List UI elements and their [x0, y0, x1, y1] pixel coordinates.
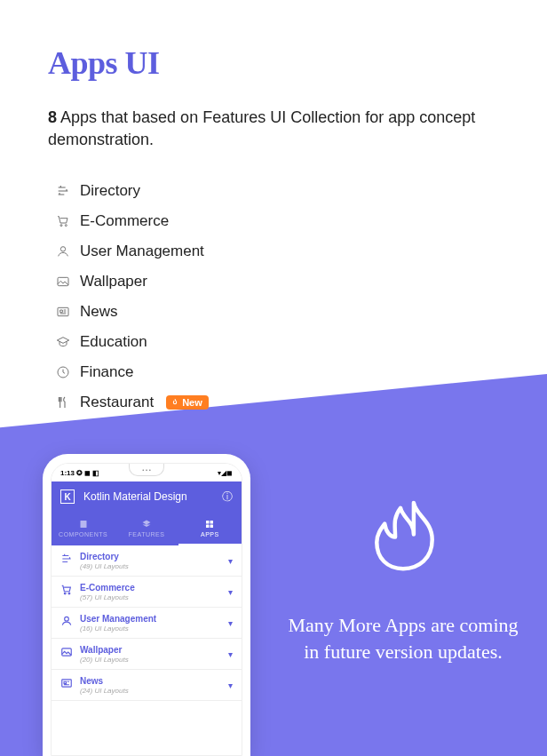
svg-point-1: [65, 225, 67, 227]
intro-count: 8: [48, 108, 57, 126]
tab-features[interactable]: FEATURES: [115, 512, 178, 545]
tab-apps[interactable]: APPS: [178, 512, 242, 545]
top-section: Apps UI 8 Apps that based on Features UI…: [0, 0, 547, 418]
chevron-down-icon: ▾: [228, 556, 233, 566]
app-item-finance: Finance: [55, 357, 499, 387]
tab-label: COMPONENTS: [59, 531, 107, 537]
svg-rect-9: [206, 524, 210, 528]
status-icons-left: ✪ ◼ ◧: [76, 469, 99, 477]
education-icon: [55, 334, 71, 350]
svg-rect-3: [58, 278, 68, 286]
new-badge: New: [166, 395, 209, 410]
item-sub: (49) UI Layouts: [80, 562, 221, 570]
badge-text: New: [182, 397, 202, 408]
svg-rect-8: [210, 521, 214, 524]
list-item[interactable]: E-Commerce (57) UI Layouts ▾: [52, 577, 242, 608]
directory-icon: [60, 553, 73, 565]
app-label: Finance: [80, 363, 133, 381]
svg-point-0: [60, 225, 62, 227]
status-time: 1:13: [60, 469, 75, 477]
phone-list: Directory (49) UI Layouts ▾ E-Commerce (…: [52, 545, 242, 701]
app-item-ecommerce: E-Commerce: [55, 206, 499, 236]
app-label: Directory: [80, 182, 140, 200]
status-left: 1:13 ✪ ◼ ◧: [60, 469, 99, 477]
phone-screen: 1:13 ✪ ◼ ◧ • • • ▾◢◼ K Kotlin Material D…: [51, 463, 242, 756]
svg-rect-6: [80, 521, 86, 528]
svg-point-12: [68, 593, 70, 594]
app-item-restaurant: Restaurant New: [55, 387, 499, 418]
svg-rect-10: [210, 524, 214, 528]
wifi-icon: ▾◢◼: [218, 469, 233, 477]
tab-label: FEATURES: [129, 531, 165, 537]
app-item-user: User Management: [55, 236, 499, 267]
svg-point-2: [60, 247, 65, 251]
app-label: News: [80, 303, 118, 321]
chevron-down-icon: ▾: [228, 680, 233, 690]
item-sub: (16) UI Layouts: [80, 625, 221, 633]
app-item-directory: Directory: [55, 176, 499, 206]
cart-icon: [60, 584, 73, 596]
phone-mockup: 1:13 ✪ ◼ ◧ • • • ▾◢◼ K Kotlin Material D…: [43, 454, 250, 756]
item-title: User Management: [80, 614, 221, 624]
info-icon[interactable]: ⓘ: [222, 489, 233, 505]
bottom-section: 1:13 ✪ ◼ ◧ • • • ▾◢◼ K Kotlin Material D…: [0, 418, 547, 756]
app-label: Restaurant: [80, 394, 154, 411]
app-item-wallpaper: Wallpaper: [55, 267, 499, 297]
phone-notch: • • •: [129, 464, 164, 476]
intro-text: 8 Apps that based on Features UI Collect…: [48, 107, 499, 151]
image-icon: [55, 274, 71, 290]
flame-icon: [363, 489, 443, 591]
list-item[interactable]: News (24) UI Layouts ▾: [52, 670, 242, 701]
app-label: Education: [80, 333, 147, 351]
app-item-education: Education: [55, 327, 499, 357]
svg-point-11: [64, 593, 66, 594]
app-label: Wallpaper: [80, 273, 147, 290]
item-sub: (24) UI Layouts: [80, 687, 221, 695]
item-title: Wallpaper: [80, 645, 221, 655]
list-item[interactable]: Wallpaper (20) UI Layouts ▾: [52, 639, 242, 670]
restaurant-icon: [55, 394, 71, 410]
item-title: Directory: [80, 552, 221, 561]
cart-icon: [55, 213, 71, 229]
app-label: E-Commerce: [80, 212, 169, 230]
image-icon: [60, 646, 73, 658]
list-item[interactable]: Directory (49) UI Layouts ▾: [52, 545, 242, 577]
intro-rest: Apps that based on Features UI Collectio…: [48, 108, 475, 148]
user-icon: [55, 243, 71, 259]
status-right: ▾◢◼: [218, 469, 233, 477]
tab-label: APPS: [201, 531, 219, 537]
item-sub: (57) UI Layouts: [80, 593, 221, 601]
app-logo-icon: K: [60, 489, 75, 504]
tab-components[interactable]: COMPONENTS: [52, 512, 115, 545]
news-icon: [55, 304, 71, 320]
app-header-title: Kotlin Material Design: [83, 490, 187, 503]
app-header: K Kotlin Material Design ⓘ: [52, 481, 242, 512]
callout-text: Many More Apps are coming in future vers…: [286, 612, 520, 664]
callout-column: Many More Apps are coming in future vers…: [286, 454, 547, 664]
item-title: E-Commerce: [80, 583, 221, 593]
page-title: Apps UI: [48, 44, 499, 82]
app-item-news: News: [55, 297, 499, 327]
svg-point-13: [65, 617, 69, 621]
tab-bar: COMPONENTS FEATURES APPS: [52, 512, 242, 545]
list-item[interactable]: User Management (16) UI Layouts ▾: [52, 608, 242, 639]
item-sub: (20) UI Layouts: [80, 656, 221, 664]
chevron-down-icon: ▾: [228, 649, 233, 659]
finance-icon: [55, 364, 71, 380]
svg-rect-7: [206, 521, 210, 524]
svg-rect-4: [58, 308, 68, 316]
chevron-down-icon: ▾: [228, 587, 233, 597]
news-icon: [60, 677, 73, 689]
app-label: User Management: [80, 243, 204, 260]
user-icon: [60, 615, 73, 627]
directory-icon: [55, 183, 71, 199]
chevron-down-icon: ▾: [228, 618, 233, 628]
item-title: News: [80, 676, 221, 686]
app-list: Directory E-Commerce User Management Wal…: [48, 176, 499, 418]
status-bar: 1:13 ✪ ◼ ◧ • • • ▾◢◼: [52, 464, 242, 481]
